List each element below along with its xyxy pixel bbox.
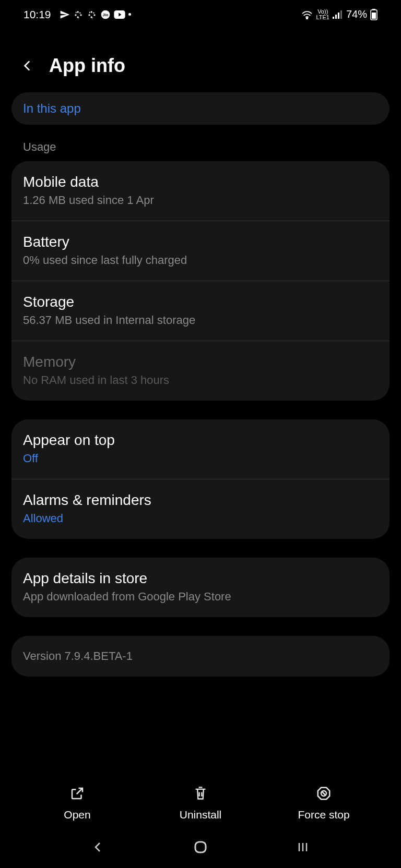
nav-recents-icon[interactable] xyxy=(292,837,313,858)
mobile-data-title: Mobile data xyxy=(23,174,378,190)
appear-on-top-value: Off xyxy=(23,452,378,465)
alarms-title: Alarms & reminders xyxy=(23,492,378,509)
usage-card: Mobile data 1.26 MB used since 1 Apr Bat… xyxy=(11,161,390,401)
jio-icon: Jio xyxy=(100,9,111,20)
page-title: App info xyxy=(49,55,125,77)
usage-section-label: Usage xyxy=(11,140,390,161)
svg-rect-12 xyxy=(195,842,206,852)
bottom-actions: Open Uninstall Force stop xyxy=(0,775,401,821)
open-button[interactable]: Open xyxy=(16,785,139,821)
storage-title: Storage xyxy=(23,294,378,310)
svg-rect-6 xyxy=(338,13,339,19)
storage-item[interactable]: Storage 56.37 MB used in Internal storag… xyxy=(11,281,390,341)
mobile-data-sub: 1.26 MB used since 1 Apr xyxy=(23,194,378,207)
in-this-app-link[interactable]: In this app xyxy=(23,101,81,115)
memory-title: Memory xyxy=(23,354,378,370)
force-stop-label: Force stop xyxy=(298,809,349,821)
svg-rect-10 xyxy=(372,13,376,19)
force-stop-icon xyxy=(315,785,333,802)
store-sub: App downloaded from Google Play Store xyxy=(23,590,378,604)
version-card: Version 7.9.4.BETA-1 xyxy=(11,636,390,677)
slack-icon-2 xyxy=(87,9,97,20)
appear-on-top-title: Appear on top xyxy=(23,432,378,449)
status-left: 10:19 Jio xyxy=(23,8,131,21)
in-this-app-card[interactable]: In this app xyxy=(11,92,390,125)
alarms-value: Allowed xyxy=(23,512,378,525)
telegram-icon xyxy=(60,9,70,20)
svg-rect-4 xyxy=(333,17,334,19)
memory-item: Memory No RAM used in last 3 hours xyxy=(11,341,390,401)
trash-icon xyxy=(192,785,209,802)
page-header: App info xyxy=(0,29,401,92)
svg-text:Jio: Jio xyxy=(102,13,108,17)
battery-item[interactable]: Battery 0% used since last fully charged xyxy=(11,221,390,281)
more-dot-icon xyxy=(128,13,131,16)
store-card: App details in store App downloaded from… xyxy=(11,558,390,617)
signal-icon xyxy=(333,10,343,19)
status-bar: 10:19 Jio Vo)) LTE1 xyxy=(0,0,401,29)
storage-sub: 56.37 MB used in Internal storage xyxy=(23,314,378,327)
open-icon xyxy=(68,785,86,802)
system-nav-bar xyxy=(0,826,401,868)
status-time: 10:19 xyxy=(23,8,51,21)
back-icon[interactable] xyxy=(21,59,34,73)
nav-back-icon[interactable] xyxy=(88,837,109,858)
nav-home-icon[interactable] xyxy=(190,837,211,858)
svg-rect-7 xyxy=(340,10,342,19)
permissions-card: Appear on top Off Alarms & reminders All… xyxy=(11,419,390,539)
svg-rect-5 xyxy=(335,15,337,19)
version-text: Version 7.9.4.BETA-1 xyxy=(23,649,378,663)
battery-title: Battery xyxy=(23,234,378,250)
youtube-icon xyxy=(114,10,125,19)
slack-icon xyxy=(73,9,84,20)
svg-point-3 xyxy=(306,17,308,19)
battery-sub: 0% used since last fully charged xyxy=(23,254,378,267)
appear-on-top-item[interactable]: Appear on top Off xyxy=(11,419,390,479)
battery-percent: 74% xyxy=(346,8,367,20)
store-title: App details in store xyxy=(23,570,378,587)
open-label: Open xyxy=(64,809,90,821)
mobile-data-item[interactable]: Mobile data 1.26 MB used since 1 Apr xyxy=(11,161,390,221)
wifi-icon xyxy=(301,10,313,19)
uninstall-button[interactable]: Uninstall xyxy=(139,785,262,821)
status-right: Vo)) LTE1 74% xyxy=(301,8,378,20)
force-stop-button[interactable]: Force stop xyxy=(262,785,385,821)
memory-sub: No RAM used in last 3 hours xyxy=(23,373,378,387)
store-item[interactable]: App details in store App downloaded from… xyxy=(11,558,390,617)
network-label: Vo)) LTE1 xyxy=(316,9,329,20)
uninstall-label: Uninstall xyxy=(180,809,222,821)
battery-icon xyxy=(370,9,378,20)
alarms-item[interactable]: Alarms & reminders Allowed xyxy=(11,479,390,539)
